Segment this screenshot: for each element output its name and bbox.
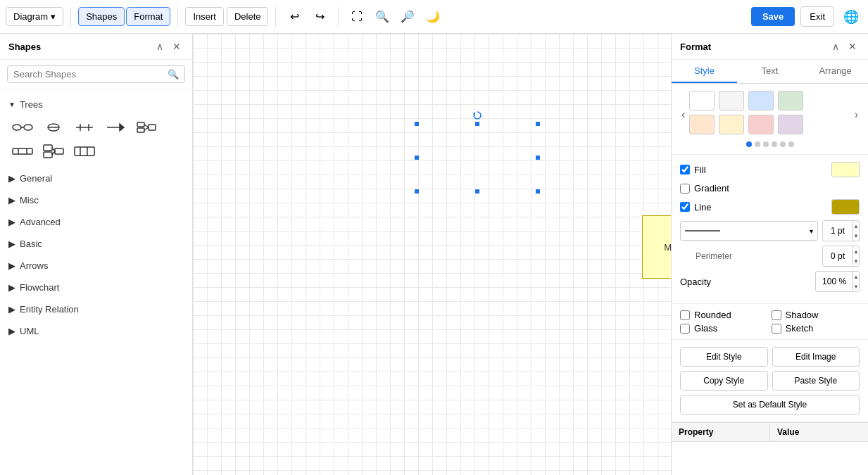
zoom-in-button[interactable]: 🔍 [371,6,394,28]
tab-text[interactable]: Text [737,60,803,83]
language-button[interactable]: 🌐 [840,6,862,28]
sidebar-item-basic[interactable]: ▶ Basic [0,233,192,255]
shadow-checkbox-label[interactable]: Shadow [772,310,860,320]
close-panel-button[interactable]: ✕ [170,39,184,53]
shape-item[interactable] [132,117,161,138]
dot-3[interactable] [763,141,769,147]
shape-item[interactable] [8,141,37,162]
prev-swatches-button[interactable]: ‹ [680,107,686,122]
dark-mode-button[interactable]: 🌙 [422,6,444,28]
diagram-button[interactable]: Diagram ▾ [6,7,63,26]
fill-checkbox[interactable] [680,165,690,175]
tab-arrange[interactable]: Arrange [803,60,868,83]
sidebar-item-flowchart[interactable]: ▶ Flowchart [0,277,192,298]
collapse-format-button[interactable]: ∧ [829,39,843,53]
save-button[interactable]: Save [751,7,795,26]
dot-4[interactable] [772,141,777,147]
handle-bm[interactable] [474,189,480,194]
canvas-area[interactable]: MA öffnet Bereich [193,34,671,475]
next-swatches-button[interactable]: › [853,107,860,122]
opacity-down[interactable]: ▼ [853,281,859,291]
shape-item[interactable] [70,117,99,138]
glass-checkbox[interactable] [680,324,690,334]
fullscreen-button[interactable]: ⛶ [346,6,368,28]
line-pt-up[interactable]: ▲ [853,221,859,231]
shape-item[interactable] [70,141,99,162]
tab-style[interactable]: Style [672,60,737,83]
sketch-checkbox[interactable] [772,324,781,334]
insert-button[interactable]: Insert [185,7,224,26]
perimeter-down[interactable]: ▼ [853,256,859,266]
perimeter-label: Perimeter [680,251,822,261]
sidebar-item-entity-relation[interactable]: ▶ Entity Relation [0,298,192,320]
gradient-label[interactable]: Gradient [680,183,729,194]
trees-arrow: ▼ [8,101,15,108]
set-default-style-button[interactable]: Set as Default Style [680,395,860,414]
close-format-button[interactable]: ✕ [845,39,860,53]
sidebar-item-advanced[interactable]: ▶ Advanced [0,211,192,233]
handle-br[interactable] [535,189,541,194]
color-swatch[interactable] [689,91,715,110]
redo-button[interactable]: ↪ [308,6,331,28]
shapes-button[interactable]: Shapes [78,7,125,26]
dot-5[interactable] [780,141,786,147]
rounded-checkbox[interactable] [680,310,690,320]
shadow-checkbox[interactable] [772,310,781,320]
canvas-shape[interactable]: MA öffnet Bereich [642,215,671,279]
color-swatch[interactable] [719,91,744,110]
delete-button[interactable]: Delete [227,7,269,26]
shapes-panel-title: Shapes [8,42,41,52]
sketch-checkbox-label[interactable]: Sketch [772,323,860,334]
copy-style-button[interactable]: Copy Style [680,371,768,391]
color-swatch[interactable] [748,91,774,110]
color-swatch[interactable] [689,115,715,134]
perimeter-up[interactable]: ▲ [853,246,859,256]
chevron-right-icon: ▶ [8,239,15,249]
format-button[interactable]: Format [126,7,170,26]
edit-image-button[interactable]: Edit Image [772,347,860,367]
exit-button[interactable]: Exit [800,6,834,27]
line-style-selector[interactable]: ▾ [680,221,818,241]
line-pt-down[interactable]: ▼ [853,231,859,241]
rotate-handle[interactable] [473,111,482,120]
color-swatch[interactable] [719,115,744,134]
gradient-checkbox[interactable] [680,184,690,194]
edit-style-button[interactable]: Edit Style [680,347,768,367]
trees-header[interactable]: ▼ Trees [6,95,187,114]
handle-tl[interactable] [414,121,420,127]
fill-color-swatch[interactable] [831,162,860,177]
search-input[interactable] [13,69,163,80]
handle-tr[interactable] [535,121,541,127]
shape-item[interactable] [39,141,68,162]
sidebar-item-misc[interactable]: ▶ Misc [0,189,192,211]
glass-checkbox-label[interactable]: Glass [680,323,769,334]
rounded-checkbox-label[interactable]: Rounded [680,310,769,320]
color-swatch[interactable] [778,115,803,134]
dot-6[interactable] [788,141,794,147]
line-color-swatch[interactable] [831,199,860,215]
handle-tm[interactable] [474,121,480,127]
shape-item[interactable] [39,117,68,138]
handle-mr[interactable] [535,155,541,160]
line-label[interactable]: Line [680,202,712,213]
svg-rect-15 [13,148,32,154]
sidebar-item-arrows[interactable]: ▶ Arrows [0,255,192,277]
dot-1[interactable] [746,141,752,147]
paste-style-button[interactable]: Paste Style [772,371,860,391]
trees-section: ▼ Trees [0,92,192,167]
collapse-panel-button[interactable]: ∧ [153,39,167,53]
shape-item[interactable] [8,117,37,138]
shape-item[interactable] [101,117,130,138]
sidebar-item-general[interactable]: ▶ General [0,167,192,189]
opacity-up[interactable]: ▲ [853,272,859,281]
handle-bl[interactable] [414,189,420,194]
undo-button[interactable]: ↩ [283,6,306,28]
handle-ml[interactable] [414,155,420,160]
zoom-out-button[interactable]: 🔎 [396,6,419,28]
fill-label[interactable]: Fill [680,165,706,175]
sidebar-item-uml[interactable]: ▶ UML [0,320,192,342]
dot-2[interactable] [755,141,760,147]
color-swatch[interactable] [778,91,803,110]
color-swatch[interactable] [748,115,774,134]
line-checkbox[interactable] [680,202,690,212]
